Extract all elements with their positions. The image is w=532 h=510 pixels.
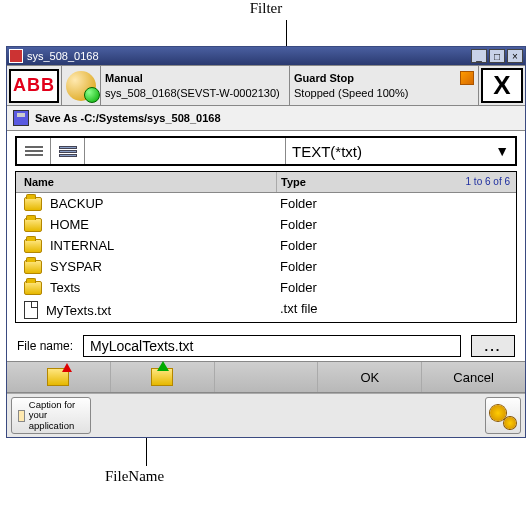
guard-stop-label: Guard Stop [294,71,354,85]
view-icons-button[interactable] [17,138,51,164]
app-header: ABB Manual sys_508_0168(SEVST-W-0002130)… [7,65,525,106]
column-header-name[interactable]: Name [16,172,276,192]
maximize-button[interactable]: □ [489,49,505,63]
row-name: HOME [50,217,89,232]
minimize-button[interactable]: _ [471,49,487,63]
row-name: SYSPAR [50,259,102,274]
warning-flag-icon [460,71,474,85]
row-name: MyTexts.txt [46,303,111,318]
annotation-filename-label: FileName [105,468,164,485]
folder-up-button[interactable] [111,362,215,392]
system-id-text: sys_508_0168(SEVST-W-0002130) [105,86,280,100]
table-row[interactable]: SYSPARFolder [16,256,516,277]
view-details-button[interactable] [51,138,85,164]
table-row[interactable]: HOMEFolder [16,214,516,235]
footer-bar: Caption for your application [7,393,525,437]
save-as-path: C:/Systems/sys_508_0168 [84,112,220,124]
filename-row: File name: ... [7,331,525,361]
caption-tab[interactable]: Caption for your application [11,397,91,434]
system-icon [9,49,23,63]
folder-up-icon [151,368,173,386]
file-type-filter[interactable]: TEXT(*txt) ▼ [285,138,515,164]
row-name: BACKUP [50,196,103,211]
annotation-filter-label: Filter [0,0,532,17]
list-lines-icon [25,144,43,158]
empty-slot-1 [215,362,319,392]
table-header: Name Type 1 to 6 of 6 [16,172,516,193]
caption-tab-label: Caption for your application [29,400,84,431]
folder-icon [24,197,42,211]
manual-mode-label: Manual [105,72,143,84]
save-as-path-bar: Save As - C:/Systems/sys_508_0168 [7,106,525,131]
save-as-prefix: Save As - [35,112,84,124]
close-window-button[interactable]: × [507,49,523,63]
guard-status-text: Stopped (Speed 100%) [294,86,474,100]
column-header-type[interactable]: Type [276,172,446,192]
action-bar: OK Cancel [7,361,525,393]
new-folder-button[interactable] [7,362,111,392]
abb-logo: ABB [9,69,59,103]
chevron-down-icon: ▼ [495,143,509,159]
filename-label: File name: [17,339,73,353]
new-folder-icon [47,368,69,386]
row-type: .txt file [276,301,516,319]
file-type-filter-value: TEXT(*txt) [292,143,362,160]
row-type: Folder [276,217,516,232]
table-row[interactable]: INTERNALFolder [16,235,516,256]
folder-icon [24,239,42,253]
folder-icon [24,218,42,232]
caption-icon [18,410,25,422]
file-table: Name Type 1 to 6 of 6 BACKUPFolderHOMEFo… [15,171,517,323]
filename-input[interactable] [83,335,461,357]
row-count-text: 1 to 6 of 6 [446,172,516,192]
table-row[interactable]: MyTexts.txt.txt file [16,298,516,322]
row-type: Folder [276,280,516,295]
window-frame: sys_508_0168 _ □ × ABB Manual sys_508_01… [6,46,526,438]
row-type: Folder [276,196,516,211]
disk-icon [13,110,29,126]
gear-icon [490,403,516,429]
table-body: BACKUPFolderHOMEFolderINTERNALFolderSYSP… [16,193,516,322]
row-name: Texts [50,280,80,295]
file-icon [24,301,38,319]
table-row[interactable]: BACKUPFolder [16,193,516,214]
table-row[interactable]: TextsFolder [16,277,516,298]
filter-toolbar: TEXT(*txt) ▼ [15,136,517,166]
settings-tab[interactable] [485,397,521,434]
window-title: sys_508_0168 [27,50,471,62]
keyboard-button[interactable]: ... [471,335,515,357]
detail-lines-icon [59,145,77,158]
window-titlebar: sys_508_0168 _ □ × [7,47,525,65]
row-type: Folder [276,259,516,274]
close-dialog-button[interactable]: X [481,68,523,103]
annotation-filename-pointer [146,438,147,466]
folder-icon [24,260,42,274]
row-type: Folder [276,238,516,253]
folder-icon [24,281,42,295]
row-name: INTERNAL [50,238,114,253]
operator-icon[interactable] [66,71,96,101]
cancel-button[interactable]: Cancel [422,362,525,392]
annotation-filter-pointer [286,20,287,46]
ok-button[interactable]: OK [318,362,422,392]
